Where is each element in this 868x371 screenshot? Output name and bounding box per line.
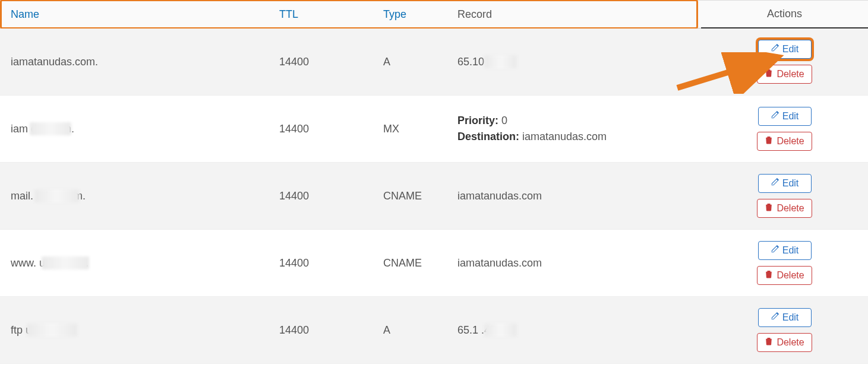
cell-record: iamatanudas.com	[457, 173, 701, 219]
column-header-actions: Actions	[701, 1, 868, 28]
cell-name: iamatanudas.com.	[0, 39, 279, 85]
dns-records-table: Name TTL Type Record Actions iamatanudas…	[0, 0, 868, 364]
edit-button[interactable]: Edit	[758, 241, 812, 260]
table-row: iamatanudas.com.14400A65.10 .47EditDelet…	[0, 28, 868, 96]
pencil-icon	[771, 178, 779, 189]
delete-button-label: Delete	[777, 136, 804, 147]
cell-record: 65.1 .47	[457, 307, 701, 353]
cell-record: iamatanudas.com	[457, 240, 701, 286]
cell-name: iam das.com.	[0, 106, 279, 152]
edit-button-label: Edit	[782, 44, 799, 55]
pencil-icon	[771, 111, 779, 122]
delete-button-label: Delete	[777, 69, 804, 80]
delete-button-label: Delete	[777, 203, 804, 214]
cell-ttl: 14400	[279, 240, 383, 286]
table-header: Name TTL Type Record Actions	[0, 0, 868, 28]
cell-type: MX	[383, 106, 457, 152]
destination-value: iamatanudas.com	[519, 131, 607, 142]
edit-button-label: Edit	[782, 178, 799, 189]
delete-button[interactable]: Delete	[757, 65, 812, 84]
edit-button[interactable]: Edit	[758, 107, 812, 126]
delete-button-label: Delete	[777, 337, 804, 348]
trash-icon	[765, 270, 773, 281]
cell-type: CNAME	[383, 240, 457, 286]
edit-button-label: Edit	[782, 245, 799, 256]
destination-label: Destination:	[457, 131, 519, 142]
cell-actions: EditDelete	[701, 233, 868, 293]
pencil-icon	[771, 44, 779, 55]
cell-type: A	[383, 307, 457, 353]
column-header-record: Record	[457, 1, 701, 28]
edit-button[interactable]: Edit	[758, 174, 812, 193]
cell-actions: EditDelete	[701, 31, 868, 92]
delete-button[interactable]: Delete	[757, 199, 812, 218]
trash-icon	[765, 69, 773, 80]
cell-name: ftp udas.com.	[0, 307, 279, 353]
trash-icon	[765, 136, 773, 147]
priority-value: 0	[498, 115, 507, 126]
delete-button[interactable]: Delete	[757, 266, 812, 285]
cell-ttl: 14400	[279, 106, 383, 152]
table-row: www. udas.com.14400CNAMEiamatanudas.comE…	[0, 230, 868, 297]
cell-actions: EditDelete	[701, 300, 868, 360]
table-body: iamatanudas.com.14400A65.10 .47EditDelet…	[0, 28, 868, 364]
cell-ttl: 14400	[279, 39, 383, 85]
column-header-type[interactable]: Type	[383, 1, 457, 28]
redaction-patch	[484, 324, 517, 337]
redaction-patch	[484, 55, 517, 68]
cell-ttl: 14400	[279, 173, 383, 219]
priority-label: Priority:	[457, 115, 498, 126]
edit-button-label: Edit	[782, 312, 799, 323]
redaction-patch	[30, 122, 71, 135]
pencil-icon	[771, 245, 779, 256]
delete-button-label: Delete	[777, 270, 804, 281]
edit-button-label: Edit	[782, 111, 799, 122]
edit-button[interactable]: Edit	[758, 308, 812, 327]
redaction-patch	[27, 324, 77, 337]
cell-record: 65.10 .47	[457, 39, 701, 85]
pencil-icon	[771, 312, 779, 323]
table-row: mail. udas.com.14400CNAMEiamatanudas.com…	[0, 163, 868, 230]
trash-icon	[765, 337, 773, 348]
redaction-patch	[42, 256, 89, 269]
cell-actions: EditDelete	[701, 166, 868, 226]
cell-type: CNAME	[383, 173, 457, 219]
trash-icon	[765, 203, 773, 214]
table-row: ftp udas.com.14400A65.1 .47EditDelete	[0, 297, 868, 364]
table-row: iam das.com.14400MXPriority: 0Destinatio…	[0, 96, 868, 163]
edit-button[interactable]: Edit	[758, 40, 812, 59]
cell-name: www. udas.com.	[0, 240, 279, 286]
cell-ttl: 14400	[279, 307, 383, 353]
column-header-name[interactable]: Name	[0, 1, 279, 28]
column-header-ttl[interactable]: TTL	[279, 1, 383, 28]
cell-name: mail. udas.com.	[0, 173, 279, 219]
redaction-patch	[34, 189, 79, 202]
cell-record: Priority: 0Destination: iamatanudas.com	[457, 96, 701, 161]
cell-type: A	[383, 39, 457, 85]
delete-button[interactable]: Delete	[757, 333, 812, 352]
delete-button[interactable]: Delete	[757, 132, 812, 151]
cell-actions: EditDelete	[701, 99, 868, 159]
